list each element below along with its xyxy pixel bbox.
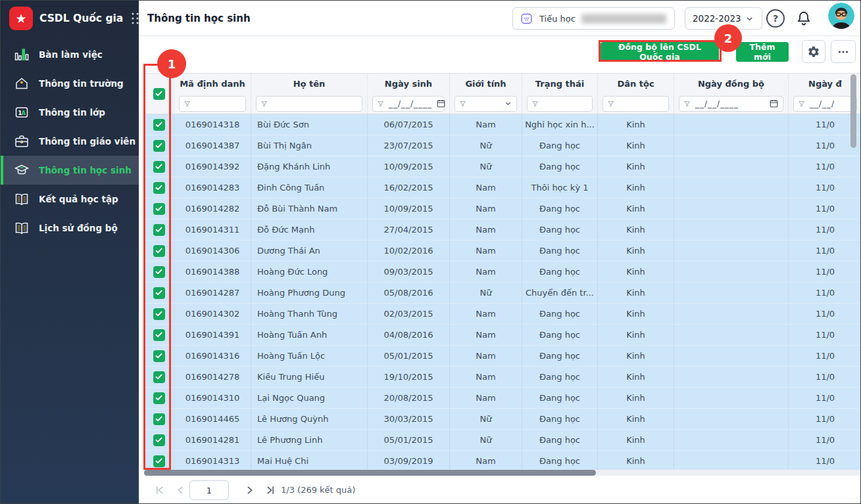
cell-dob: 06/07/2015 xyxy=(368,114,450,135)
table-row[interactable]: 0169014391Hoàng Tuấn Anh04/08/2016NamĐan… xyxy=(144,325,861,346)
row-checkbox[interactable] xyxy=(153,350,165,362)
more-options-icon[interactable] xyxy=(831,40,856,63)
table-row[interactable]: 0169014387Bùi Thị Ngân23/07/2015NữĐang h… xyxy=(144,135,861,156)
sidebar-item-1[interactable]: Bàn làm việc xyxy=(1,40,139,69)
cell-sync_date xyxy=(674,346,789,367)
sync-to-csdl-button[interactable]: Đồng bộ lên CSDL Quốc gia xyxy=(601,42,719,62)
calendar-icon[interactable] xyxy=(769,99,779,108)
help-icon[interactable]: ? xyxy=(766,9,785,28)
table-row[interactable]: 0169014316Hoàng Tuấn Lộc05/01/2015NamĐan… xyxy=(144,346,861,367)
cell-name: Hoàng Phương Dung xyxy=(251,283,368,304)
table-row[interactable]: 0169014282Đỗ Bùi Thành Nam10/09/2015NamĐ… xyxy=(144,198,861,219)
sidebar-item-3[interactable]: 1 A Thông tin lớp xyxy=(1,98,139,127)
user-avatar[interactable] xyxy=(828,3,854,29)
sidebar-item-label: Thông tin giáo viên xyxy=(39,136,135,147)
cell-adjust_date: 11/0 xyxy=(789,346,861,367)
filter-input-name[interactable] xyxy=(256,96,362,112)
cell-ethnicity: Kinh xyxy=(598,219,674,241)
sidebar-item-4[interactable]: Thông tin giáo viên xyxy=(1,127,139,156)
row-checkbox[interactable] xyxy=(153,161,165,173)
settings-gear-icon[interactable] xyxy=(802,40,825,63)
cell-gender: Nữ xyxy=(450,283,522,304)
table-row[interactable]: 0169014302Hoàng Thanh Tùng02/03/2015NamĐ… xyxy=(144,304,861,325)
row-checkbox[interactable] xyxy=(153,308,165,320)
row-checkbox[interactable] xyxy=(153,392,165,404)
table-row[interactable]: 0169014283Đinh Công Tuấn16/02/2015NamThô… xyxy=(144,177,861,198)
table-row[interactable]: 0169014465Lê Hương Quỳnh30/03/2015NữĐang… xyxy=(144,409,861,430)
filter-input-status[interactable] xyxy=(527,96,593,112)
table-row[interactable]: 0169014388Hoàng Đức Long09/03/2015NamĐan… xyxy=(144,262,861,283)
table-row[interactable]: 0169014311Đỗ Đức Mạnh27/04/2015NamĐang h… xyxy=(144,219,861,241)
row-checkbox[interactable] xyxy=(153,329,165,341)
table-row[interactable]: 0169014318Bùi Đức Sơn06/07/2015NamNghỉ h… xyxy=(144,114,861,135)
add-new-button[interactable]: Thêm mới xyxy=(736,42,789,62)
table-row[interactable]: 0169014310Lại Ngọc Quang20/08/2015NamĐan… xyxy=(144,388,861,409)
sidebar-item-2[interactable]: Thông tin trường xyxy=(1,69,139,98)
next-page-icon[interactable] xyxy=(243,484,256,497)
pagination-bar: 1 1/3 (269 kết quả) xyxy=(144,476,861,504)
cell-status: Đang học xyxy=(522,325,598,346)
cell-adjust_date: 11/0 xyxy=(789,451,861,471)
cell-sync_date xyxy=(674,262,789,283)
school-selector[interactable]: Tiểu học xyxy=(512,7,675,30)
cell-name: Lê Hương Quỳnh xyxy=(251,409,368,430)
sidebar-item-7[interactable]: Lịch sử đồng bộ xyxy=(1,214,139,242)
row-checkbox[interactable] xyxy=(153,455,165,467)
cell-gender: Nữ xyxy=(450,409,522,430)
sidebar-item-label: Thông tin lớp xyxy=(39,107,105,118)
horizontal-scrollbar-thumb[interactable] xyxy=(144,470,596,476)
column-header-id[interactable]: Mã định danh xyxy=(174,74,251,93)
open-book-icon xyxy=(14,220,30,236)
bell-icon[interactable] xyxy=(795,10,812,27)
date-filter-placeholder: __/__/____ xyxy=(389,99,432,108)
date-filter-placeholder: __/__/ xyxy=(810,99,835,108)
row-checkbox[interactable] xyxy=(153,203,165,215)
row-checkbox[interactable] xyxy=(153,245,165,257)
column-header-name[interactable]: Họ tên xyxy=(251,74,368,93)
table-row[interactable]: 0169014306Dương Thái An10/02/2016NamĐang… xyxy=(144,241,861,262)
table-row[interactable]: 0169014281Lê Phương Linh05/01/2015NữĐang… xyxy=(144,430,861,451)
table-row[interactable]: 0169014278Kiều Trung Hiếu19/10/2015NamĐa… xyxy=(144,367,861,388)
sidebar-item-5[interactable]: Thông tin học sinh xyxy=(1,156,139,185)
page-title: Thông tin học sinh xyxy=(147,1,251,36)
select-all-checkbox[interactable] xyxy=(153,88,165,100)
cell-adjust_date: 11/0 xyxy=(789,262,861,283)
row-checkbox[interactable] xyxy=(153,434,165,446)
school-building-icon xyxy=(520,12,533,26)
row-checkbox[interactable] xyxy=(153,224,165,236)
cell-dob: 03/09/2019 xyxy=(368,451,450,471)
filter-input-gender[interactable] xyxy=(455,96,517,112)
vertical-scrollbar[interactable] xyxy=(850,74,856,148)
column-header-dob[interactable]: Ngày sinh xyxy=(368,74,450,93)
cell-status: Đang học xyxy=(522,409,598,430)
page-number-input[interactable]: 1 xyxy=(189,480,229,500)
column-header-status[interactable]: Trạng thái xyxy=(522,74,598,93)
sidebar-item-6[interactable]: Kết quả học tập xyxy=(1,185,139,214)
table-row[interactable]: 0169014392Đặng Khánh Linh10/09/2015NữĐan… xyxy=(144,156,861,177)
table-row[interactable]: 0169014287Hoàng Phương Dung05/08/2016NữC… xyxy=(144,283,861,304)
row-checkbox[interactable] xyxy=(153,266,165,278)
row-checkbox[interactable] xyxy=(153,287,165,299)
column-header-sync_date[interactable]: Ngày đồng bộ xyxy=(674,74,789,93)
row-checkbox[interactable] xyxy=(153,413,165,425)
filter-input-dob[interactable]: __/__/____ xyxy=(372,96,445,112)
school-year-select[interactable]: 2022-2023 xyxy=(685,7,762,30)
first-page-icon[interactable] xyxy=(153,484,166,497)
last-page-icon[interactable] xyxy=(264,484,277,497)
filter-input-sync_date[interactable]: __/__/____ xyxy=(679,96,783,112)
row-checkbox[interactable] xyxy=(153,119,165,131)
cell-status: Đang học xyxy=(522,198,598,219)
filter-input-id[interactable] xyxy=(179,96,246,112)
table-row[interactable]: 0169014313Mai Huệ Chi03/09/2019NamĐang h… xyxy=(144,451,861,471)
row-checkbox[interactable] xyxy=(153,182,165,194)
column-header-gender[interactable]: Giới tính xyxy=(450,74,522,93)
filter-input-adjust_date[interactable]: __/__/ xyxy=(793,96,857,112)
filter-input-ethnicity[interactable] xyxy=(603,96,669,112)
calendar-icon[interactable] xyxy=(436,99,446,108)
cell-status: Đang học xyxy=(522,388,598,409)
cell-dob: 09/03/2015 xyxy=(368,262,450,283)
prev-page-icon[interactable] xyxy=(174,484,187,497)
column-header-ethnicity[interactable]: Dân tộc xyxy=(598,74,674,93)
row-checkbox[interactable] xyxy=(153,140,165,152)
row-checkbox[interactable] xyxy=(153,371,165,383)
